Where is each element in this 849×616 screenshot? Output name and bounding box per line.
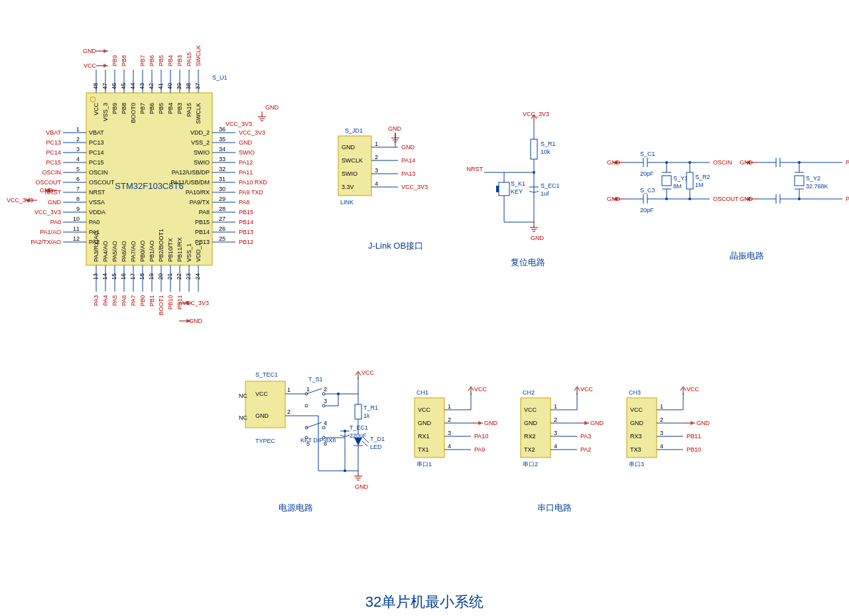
svg-text:GND: GND	[484, 420, 498, 426]
svg-text:14: 14	[101, 273, 108, 280]
mcu-3v3-right: VCC_3V3	[226, 121, 252, 127]
serial-CH1-TX1: PA9	[474, 446, 485, 453]
osc-title: 晶振电路	[730, 251, 764, 261]
power-ref: S_TEC1	[255, 371, 278, 378]
osc-OSCIN: OSCIN	[713, 159, 732, 166]
mcu-gnd-right: GND	[265, 104, 279, 111]
serial-title: 串口电路	[537, 503, 572, 513]
svg-text:PA9/TX: PA9/TX	[190, 199, 210, 206]
svg-text:BOOT0: BOOT0	[130, 103, 137, 123]
mcu-top-PB6: PB6	[149, 55, 155, 66]
svg-text:PC14: PC14	[89, 149, 104, 156]
svg-text:PA0: PA0	[89, 219, 99, 225]
svg-text:15: 15	[111, 273, 117, 280]
mcu-top-PB7: PB7	[139, 55, 146, 66]
svg-text:VCC: VCC	[474, 386, 488, 393]
svg-text:9: 9	[76, 206, 80, 212]
svg-text:31: 31	[219, 176, 226, 182]
svg-text:48: 48	[92, 83, 99, 90]
mcu-right-SWIO: SWIO	[239, 149, 255, 156]
svg-text:PB11/RX: PB11/RX	[176, 237, 183, 262]
svg-text:PB6: PB6	[149, 103, 155, 114]
svg-text:12: 12	[73, 235, 80, 242]
osc-PC14: PC14	[846, 159, 849, 166]
power-pin-gnd: GND	[255, 412, 269, 419]
svg-text:PB0/AO: PB0/AO	[139, 240, 146, 262]
mcu-ref: S_U1	[212, 74, 228, 81]
svg-text:3: 3	[324, 398, 327, 404]
svg-text:PA6/AO: PA6/AO	[121, 241, 127, 262]
svg-text:6: 6	[76, 176, 80, 182]
mcu-top-PB5: PB5	[158, 55, 164, 66]
svg-text:3: 3	[660, 430, 663, 436]
svg-text:PA8: PA8	[199, 209, 210, 216]
mcu-right-PA11/USB/DM: PA10 RXD	[239, 179, 267, 186]
reset-key: S_K1	[511, 180, 525, 187]
svg-text:23: 23	[185, 273, 192, 280]
svg-text:37: 37	[194, 83, 201, 90]
svg-text:1: 1	[287, 387, 291, 393]
svg-text:26: 26	[219, 225, 226, 232]
svg-text:20: 20	[157, 273, 164, 280]
svg-text:17: 17	[129, 273, 136, 280]
svg-text:1: 1	[554, 403, 557, 410]
svg-text:4: 4	[76, 156, 80, 162]
serial-ref-CH3: CH3	[629, 389, 641, 396]
svg-text:4: 4	[448, 443, 451, 450]
svg-text:20pF: 20pF	[640, 207, 654, 214]
mcu-top-PB9: PB9	[111, 55, 118, 66]
svg-text:NRST: NRST	[89, 189, 105, 196]
mcu-left-VDDA: VCC_3V3	[34, 209, 61, 216]
svg-text:PA5/AO: PA5/AO	[111, 241, 118, 262]
svg-text:34: 34	[219, 146, 226, 153]
svg-text:1: 1	[76, 126, 80, 133]
jlink-title: J-Link OB接口	[368, 241, 423, 251]
svg-text:38: 38	[185, 83, 192, 90]
mcu-left-PA2: PA2/TX/AO	[31, 239, 61, 245]
mcu-left-OSCIN: OSCIN	[42, 169, 61, 176]
svg-text:11: 11	[73, 225, 80, 232]
svg-text:13: 13	[92, 273, 99, 280]
svg-text:RX3: RX3	[630, 433, 642, 440]
svg-text:3: 3	[375, 167, 378, 174]
svg-text:7: 7	[76, 186, 80, 192]
mcu-right-VSS_2: GND	[239, 139, 253, 146]
svg-text:39: 39	[176, 83, 182, 90]
mcu-right-PA10/RX: PA9 TXD	[239, 189, 263, 196]
svg-text:TX1: TX1	[418, 446, 429, 453]
svg-text:VSS_3: VSS_3	[102, 103, 109, 121]
power-rval: 1k	[363, 412, 370, 419]
mcu-top-PB8: PB8	[121, 55, 127, 66]
reset-r: S_R1	[541, 141, 556, 147]
serial-ref-CH2: CH2	[523, 389, 535, 396]
schematic-canvas: 32单片机最小系统 S_U1 STM32F103C8T6 1VBATVBAT2P…	[0, 0, 849, 616]
svg-text:GND: GND	[418, 420, 432, 426]
svg-text:28: 28	[219, 206, 226, 212]
svg-text:19: 19	[148, 273, 155, 280]
svg-text:42: 42	[148, 83, 155, 90]
svg-rect-12	[0, 0, 849, 616]
svg-text:GND: GND	[696, 420, 710, 426]
svg-text:GND: GND	[524, 420, 538, 426]
svg-rect-174	[531, 139, 537, 159]
power-r: T_R1	[363, 404, 378, 411]
svg-text:SWCLK: SWCLK	[195, 103, 202, 124]
jlink-SWCLK: PA14	[401, 157, 415, 164]
svg-text:46: 46	[111, 83, 117, 90]
svg-text:4: 4	[324, 420, 327, 426]
svg-text:36: 36	[219, 126, 226, 133]
svg-text:VDD_2: VDD_2	[190, 129, 210, 136]
svg-rect-180	[496, 186, 499, 192]
mcu-right-PA12/USB/DP: PA11	[239, 169, 253, 176]
svg-text:PB9: PB9	[111, 103, 118, 114]
svg-text:S_Y1: S_Y1	[673, 175, 688, 182]
svg-text:5: 5	[306, 440, 310, 447]
svg-text:PB15: PB15	[195, 219, 210, 225]
svg-text:25: 25	[219, 235, 226, 242]
svg-text:S_Y2: S_Y2	[806, 175, 820, 182]
svg-text:2: 2	[76, 136, 80, 143]
svg-text:GND: GND	[590, 420, 604, 426]
power-switch-ref: T_S1	[308, 376, 323, 383]
svg-text:2: 2	[324, 386, 327, 393]
svg-text:SWIO: SWIO	[342, 170, 358, 177]
